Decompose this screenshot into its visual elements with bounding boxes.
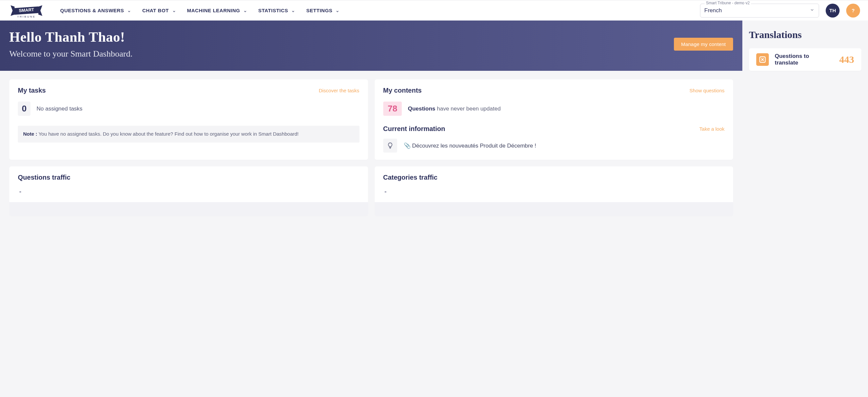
language-select[interactable] [700,4,819,18]
chevron-down-icon [336,9,339,12]
left-column: Hello Thanh Thao! Welcome to your Smart … [0,21,742,225]
chevron-down-icon [172,9,176,12]
menu-machine-learning[interactable]: MACHINE LEARNING [187,8,247,13]
language-select-label: Smart Tribune - demo v2 [705,1,751,5]
translations-title: Translations [749,29,861,40]
chevron-down-icon [291,9,295,12]
body-row: Hello Thanh Thao! Welcome to your Smart … [0,21,868,225]
chevron-down-icon [243,9,247,12]
contents-count: 78 [383,101,402,116]
translate-close-icon [756,53,769,66]
questions-traffic-value: - [18,188,360,202]
menu-label: QUESTIONS & ANSWERS [60,8,124,13]
categories-traffic-value: - [383,188,725,202]
tasks-note: Note : You have no assigned tasks. Do yo… [18,126,360,143]
menu-chat-bot[interactable]: CHAT BOT [142,8,176,13]
questions-traffic-title: Questions traffic [18,174,360,181]
menu-questions-answers[interactable]: QUESTIONS & ANSWERS [60,8,131,13]
menu-label: MACHINE LEARNING [187,8,240,13]
chevron-down-icon [127,9,131,12]
questions-traffic-card: Questions traffic - [9,166,368,216]
top-nav: SMART TRIBUNE QUESTIONS & ANSWERS CHAT B… [0,0,868,21]
nav-right: Smart Tribune - demo v2 TH ? [700,4,860,18]
categories-traffic-title: Categories traffic [383,174,725,181]
translations-count: 443 [839,54,854,65]
translations-label: Questions to translate [775,53,833,66]
current-info-block: Current information Take a look 📎 Découv… [383,125,725,153]
menu-statistics[interactable]: STATISTICS [258,8,295,13]
translations-card[interactable]: Questions to translate 443 [749,48,861,71]
current-info-title: Current information [383,125,445,133]
menu-label: STATISTICS [258,8,288,13]
tasks-note-body: You have no assigned tasks. Do you know … [38,131,299,136]
language-select-wrap: Smart Tribune - demo v2 [700,4,819,18]
categories-traffic-footer [375,202,734,216]
menu-label: SETTINGS [306,8,332,13]
current-info-text: 📎 Découvrez les nouveautés Produit de Dé… [404,142,536,149]
contents-q-rest: have never been updated [437,105,501,112]
discover-tasks-link[interactable]: Discover the tasks [319,88,360,93]
take-a-look-link[interactable]: Take a look [700,126,724,132]
hero-greeting: Hello Thanh Thao! [9,29,133,45]
contents-count-text: Questions have never been updated [408,105,501,112]
menu-settings[interactable]: SETTINGS [306,8,339,13]
menu-label: CHAT BOT [142,8,168,13]
contents-q-bold: Questions [408,105,435,112]
dashboard-grid: My tasks Discover the tasks 0 No assigne… [0,71,742,225]
show-questions-link[interactable]: Show questions [689,88,724,93]
tasks-count: 0 [18,101,30,116]
tasks-card: My tasks Discover the tasks 0 No assigne… [9,80,368,160]
contents-title: My contents [383,87,422,94]
hero-text: Hello Thanh Thao! Welcome to your Smart … [9,29,133,59]
user-avatar[interactable]: TH [826,4,840,18]
manage-content-button[interactable]: Manage my content [674,38,733,51]
hero-banner: Hello Thanh Thao! Welcome to your Smart … [0,21,742,71]
help-button[interactable]: ? [846,4,860,18]
tasks-count-label: No assigned tasks [36,105,82,112]
questions-traffic-footer [9,202,368,216]
categories-traffic-card: Categories traffic - [375,166,734,216]
hero-subtitle: Welcome to your Smart Dashboard. [9,49,133,59]
tasks-note-prefix: Note : [23,131,37,136]
user-initials: TH [829,8,836,13]
main-menu: QUESTIONS & ANSWERS CHAT BOT MACHINE LEA… [60,0,339,21]
tasks-title: My tasks [18,87,46,94]
brand-logo[interactable]: SMART TRIBUNE [8,3,45,19]
translations-panel: Translations Questions to translate 443 [742,21,868,225]
lightbulb-icon [383,139,397,153]
logo-bottom-text: TRIBUNE [17,15,36,18]
contents-card: My contents Show questions 78 Questions … [375,80,734,160]
help-icon-label: ? [851,8,855,13]
